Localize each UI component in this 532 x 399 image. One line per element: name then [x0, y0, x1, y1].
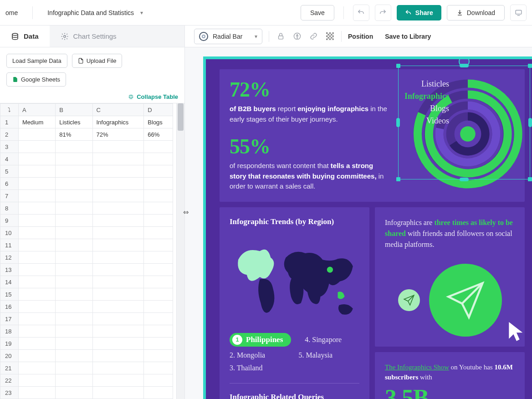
cell[interactable]: 81%	[56, 128, 92, 141]
cell[interactable]	[92, 239, 144, 251]
cell[interactable]	[144, 350, 173, 362]
cell[interactable]	[56, 251, 92, 264]
cell[interactable]	[19, 374, 56, 387]
cell[interactable]	[19, 387, 56, 399]
row-header[interactable]: 15	[0, 288, 19, 301]
cell[interactable]	[56, 264, 92, 276]
cell[interactable]	[92, 338, 144, 350]
present-button[interactable]	[510, 5, 527, 21]
cell[interactable]	[144, 227, 173, 239]
share-card[interactable]: Infographics are three times as likely t…	[375, 207, 525, 347]
table-row[interactable]: 9	[0, 215, 173, 227]
resize-handle-nw[interactable]	[396, 64, 400, 68]
cell[interactable]	[144, 215, 173, 227]
document-title-dropdown[interactable]: Infographic Data and Statistics ▾	[47, 9, 143, 16]
table-row[interactable]: 3	[0, 141, 173, 153]
cell[interactable]	[19, 301, 56, 313]
sheet-scroll[interactable]: ⤵ABCD1MediumListiclesInfographicsBlogs28…	[0, 103, 176, 399]
table-row[interactable]: 16	[0, 301, 173, 313]
row-header[interactable]: 10	[0, 227, 19, 239]
cell[interactable]	[19, 251, 56, 264]
rotate-handle[interactable]	[459, 56, 470, 67]
cell[interactable]	[56, 288, 92, 301]
col-header[interactable]: A	[19, 104, 56, 116]
youtube-card[interactable]: The Infographics Show on Youtube has 10.…	[375, 352, 525, 399]
table-row[interactable]: 15	[0, 288, 173, 301]
position-button[interactable]: Position	[348, 33, 373, 40]
table-row[interactable]: 11	[0, 239, 173, 251]
data-grid[interactable]: ⤵ABCD1MediumListiclesInfographicsBlogs28…	[0, 103, 173, 399]
row-header[interactable]: 7	[0, 190, 19, 202]
resize-handle-ne[interactable]	[528, 64, 532, 68]
cell[interactable]	[56, 276, 92, 288]
cell[interactable]	[19, 338, 56, 350]
infographics-show-link[interactable]: The Infographics Show	[385, 363, 449, 371]
download-button[interactable]: Download	[447, 5, 505, 20]
cell[interactable]	[19, 178, 56, 190]
trends-card[interactable]: Infographic Trends (by Region)	[220, 207, 369, 399]
cell[interactable]: Infographics	[92, 116, 144, 128]
row-header[interactable]: 5	[0, 165, 19, 178]
save-button[interactable]: Save	[301, 5, 334, 20]
cell[interactable]	[19, 288, 56, 301]
home-link[interactable]: ome	[5, 9, 18, 16]
table-row[interactable]: 5	[0, 165, 173, 178]
table-row[interactable]: 13	[0, 264, 173, 276]
cell[interactable]	[19, 141, 56, 153]
table-row[interactable]: 18	[0, 325, 173, 338]
row-header[interactable]: 19	[0, 338, 19, 350]
row-header[interactable]: 18	[0, 325, 19, 338]
cell[interactable]	[144, 153, 173, 165]
row-header[interactable]: 12	[0, 251, 19, 264]
cell[interactable]	[92, 387, 144, 399]
cell[interactable]	[19, 313, 56, 325]
cell[interactable]	[92, 374, 144, 387]
table-row[interactable]: 12	[0, 251, 173, 264]
cell[interactable]	[19, 165, 56, 178]
row-header[interactable]: 1	[0, 116, 19, 128]
cell[interactable]: Blogs	[144, 116, 173, 128]
cell[interactable]	[56, 227, 92, 239]
cell[interactable]	[56, 190, 92, 202]
row-header[interactable]: 3	[0, 141, 19, 153]
table-row[interactable]: 19	[0, 338, 173, 350]
cell[interactable]	[144, 301, 173, 313]
vertical-scrollbar[interactable]	[176, 103, 184, 399]
cell[interactable]	[92, 178, 144, 190]
cell[interactable]	[19, 239, 56, 251]
row-header[interactable]: 6	[0, 178, 19, 190]
table-row[interactable]: 6	[0, 178, 173, 190]
cell[interactable]	[144, 141, 173, 153]
cell[interactable]: 72%	[92, 128, 144, 141]
cell[interactable]	[144, 190, 173, 202]
cell[interactable]	[92, 190, 144, 202]
transparency-button[interactable]	[325, 31, 335, 41]
load-sample-button[interactable]: Load Sample Data	[6, 54, 67, 68]
cell[interactable]	[92, 301, 144, 313]
cell[interactable]	[56, 153, 92, 165]
row-header[interactable]: 13	[0, 264, 19, 276]
tab-data[interactable]: Data	[0, 26, 50, 47]
resize-handle-sw[interactable]	[396, 177, 400, 181]
row-header[interactable]: 14	[0, 276, 19, 288]
stats-card[interactable]: 72% of B2B buyers report enjoying infogr…	[220, 69, 525, 202]
cell[interactable]	[56, 350, 92, 362]
col-header[interactable]: B	[56, 104, 92, 116]
cell[interactable]: Medium	[19, 116, 56, 128]
cell[interactable]	[56, 165, 92, 178]
cell[interactable]	[56, 202, 92, 215]
cell[interactable]	[144, 313, 173, 325]
cell[interactable]	[144, 239, 173, 251]
resize-handle-e[interactable]	[528, 118, 532, 127]
tab-chart-settings[interactable]: Chart Settings	[50, 26, 184, 47]
row-header[interactable]: 16	[0, 301, 19, 313]
cell[interactable]	[56, 141, 92, 153]
row-header[interactable]: 8	[0, 202, 19, 215]
table-row[interactable]: 10	[0, 227, 173, 239]
cell[interactable]	[144, 251, 173, 264]
cell[interactable]	[19, 264, 56, 276]
radial-chart[interactable]: Listicles Infographics Blogs Videos	[402, 79, 525, 189]
table-row[interactable]: 20	[0, 350, 173, 362]
cell[interactable]	[19, 227, 56, 239]
cell[interactable]	[92, 276, 144, 288]
